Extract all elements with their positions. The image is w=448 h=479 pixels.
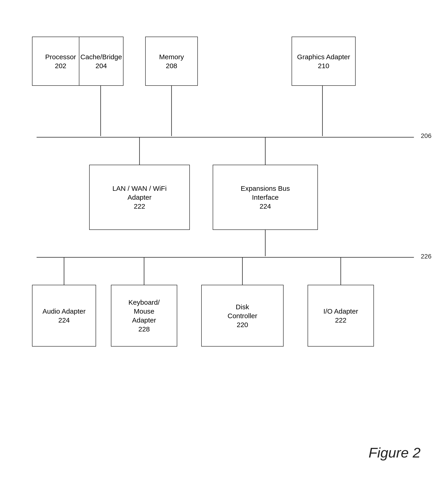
memory-box: Memory 208 <box>145 37 198 86</box>
lan-wan-label1: LAN / WAN / WiFi <box>112 184 166 193</box>
disk-controller-label1: Disk <box>236 302 249 311</box>
graphics-adapter-num: 210 <box>318 61 329 70</box>
memory-label: Memory <box>159 52 184 61</box>
io-adapter-label1: I/O Adapter <box>323 307 358 316</box>
expansions-bus-label1: Expansions Bus <box>241 184 290 193</box>
keyboard-mouse-label3: Adapter <box>132 316 156 325</box>
bus-226-label: 226 <box>421 253 432 260</box>
graphics-adapter-label: Graphics Adapter <box>297 52 350 61</box>
bus-206-label: 206 <box>421 132 432 140</box>
disk-controller-box: Disk Controller 220 <box>201 285 283 346</box>
disk-controller-num: 220 <box>237 320 248 329</box>
expansions-bus-num: 224 <box>260 202 271 211</box>
lan-wan-label2: Adapter <box>127 193 152 202</box>
keyboard-mouse-box: Keyboard/ Mouse Adapter 228 <box>111 285 177 346</box>
cache-bridge-box: Cache/Bridge 204 <box>79 37 124 86</box>
keyboard-mouse-num: 228 <box>138 325 150 333</box>
cache-bridge-num: 204 <box>95 61 107 70</box>
keyboard-mouse-label1: Keyboard/ <box>129 298 160 307</box>
lan-wan-num: 222 <box>134 202 145 211</box>
graphics-adapter-box: Graphics Adapter 210 <box>292 37 356 86</box>
io-adapter-box: I/O Adapter 222 <box>308 285 374 346</box>
audio-adapter-box: Audio Adapter 224 <box>32 285 96 346</box>
io-adapter-num: 222 <box>335 316 346 325</box>
expansions-bus-label2: Interface <box>252 193 279 202</box>
keyboard-mouse-label2: Mouse <box>134 307 154 316</box>
cache-bridge-label: Cache/Bridge <box>80 52 122 61</box>
disk-controller-label2: Controller <box>228 311 257 320</box>
processor-label: Processor <box>45 52 76 61</box>
expansions-bus-box: Expansions Bus Interface 224 <box>213 165 318 230</box>
lan-wan-box: LAN / WAN / WiFi Adapter 222 <box>89 165 190 230</box>
processor-num: 202 <box>55 61 66 70</box>
figure-label: Figure 2 <box>369 445 421 461</box>
audio-adapter-label1: Audio Adapter <box>43 307 86 316</box>
memory-num: 208 <box>166 61 177 70</box>
audio-adapter-label2: 224 <box>58 316 70 325</box>
